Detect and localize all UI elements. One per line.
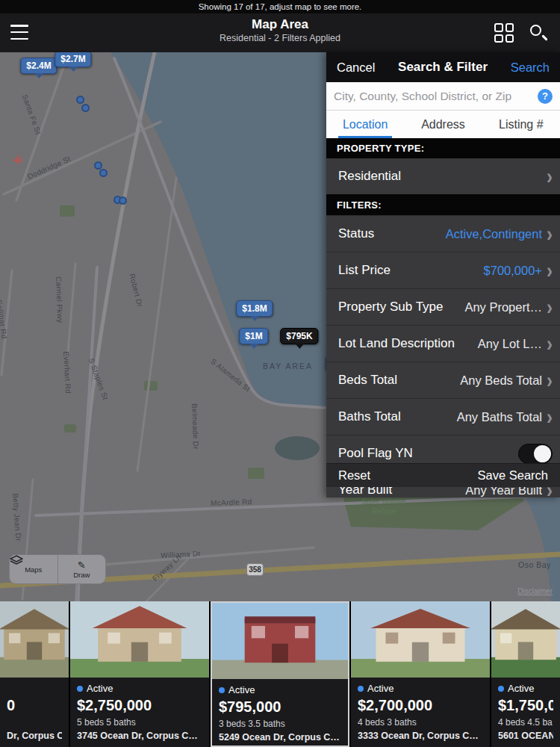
filter-row-list-price[interactable]: List Price $700,000+ › xyxy=(326,252,560,288)
chevron-right-icon: › xyxy=(547,408,553,426)
oso-water xyxy=(523,493,560,601)
listing-dot-pin[interactable] xyxy=(119,196,127,205)
pool-flag-toggle[interactable] xyxy=(518,444,553,464)
status-text: Active xyxy=(228,684,255,695)
property-type-value: Residential xyxy=(338,169,401,184)
bay-area-label: BAY AREA xyxy=(263,362,313,371)
price-pin[interactable]: $2.7M xyxy=(55,52,91,72)
chevron-right-icon: › xyxy=(547,261,553,279)
filter-row-property-sub-type[interactable]: Property Sub Type Any Propert… › xyxy=(326,288,560,325)
tab-location[interactable]: Location xyxy=(326,111,404,138)
listing-beds-baths xyxy=(7,717,62,728)
listing-beds-baths: 4 beds 4.5 ba… xyxy=(498,717,553,728)
filter-label: Pool Flag YN xyxy=(338,446,413,461)
filters-header: FILTERS: xyxy=(326,194,560,215)
listing-card-selected[interactable]: Active $795,000 3 beds 3.5 baths 5249 Oc… xyxy=(211,601,349,747)
status-dot-icon xyxy=(219,687,225,693)
map-controls: Maps ✎ Draw xyxy=(9,554,106,584)
listing-photo xyxy=(212,603,348,679)
route-shield: 358 xyxy=(246,563,264,576)
chevron-right-icon: › xyxy=(547,335,553,353)
price-pin-label: $2.4M xyxy=(20,58,57,74)
listing-price: $2,750,000 xyxy=(77,697,202,715)
maps-layers-button[interactable]: Maps xyxy=(10,555,57,583)
save-search-button[interactable]: Save Search xyxy=(478,468,548,483)
app-header: Map Area Residential - 2 Filters Applied xyxy=(0,13,560,52)
listing-dot-pin[interactable] xyxy=(81,104,90,112)
filter-value: Any Propert… xyxy=(444,300,543,314)
filter-row-lot-land-description[interactable]: Lot Land Description Any Lot L… › xyxy=(326,325,560,362)
price-pin[interactable]: $1.8M xyxy=(236,300,273,321)
search-mode-tabs: Location Address Listing # xyxy=(326,111,560,138)
maps-button-label: Maps xyxy=(25,565,42,574)
filter-label: Beds Total xyxy=(338,373,397,388)
chevron-right-icon: › xyxy=(547,225,553,243)
listing-card[interactable]: Active $1,750,0… 4 beds 4.5 ba… 5601 OCE… xyxy=(491,601,560,747)
draw-button[interactable]: ✎ Draw xyxy=(57,555,106,583)
listing-photo xyxy=(491,601,560,678)
result-count-text: Showing 17 of 17, adjust map to see more… xyxy=(199,2,362,11)
price-pin-label: $795K xyxy=(280,328,318,344)
listing-dot-pin[interactable] xyxy=(99,169,108,177)
park-patch xyxy=(64,424,76,433)
disclaimer-link[interactable]: Disclaimer xyxy=(517,587,553,595)
search-button[interactable]: Search xyxy=(511,61,550,75)
park-patch xyxy=(60,205,75,217)
listing-photo xyxy=(70,601,209,678)
cancel-button[interactable]: Cancel xyxy=(337,61,375,75)
filter-row-status[interactable]: Status Active,Contingent › xyxy=(326,215,560,252)
draw-button-label: Draw xyxy=(73,571,90,579)
listing-photo xyxy=(351,601,490,678)
layers-icon xyxy=(10,555,23,565)
listing-card[interactable]: Active $2,700,000 4 beds 3 baths 3333 Oc… xyxy=(351,601,490,747)
listing-beds-baths: 5 beds 5 baths xyxy=(77,717,202,728)
listing-dot-pin[interactable] xyxy=(76,96,84,104)
listing-beds-baths: 4 beds 3 baths xyxy=(358,717,483,728)
street-label: Belmeade Dr xyxy=(190,403,200,450)
reset-button[interactable]: Reset xyxy=(338,468,370,483)
location-search-input[interactable] xyxy=(334,90,538,103)
app-root: Showing 17 of 17, adjust map to see more… xyxy=(0,0,560,747)
chevron-right-icon: › xyxy=(547,371,553,389)
listing-carousel[interactable]: 0 Dr, Corpus C… Active $2,750,000 5 beds… xyxy=(0,601,560,747)
price-pin-label: $1M xyxy=(239,328,268,344)
filter-value: Any Lot L… xyxy=(455,337,542,351)
listing-address: 5601 OCEAN… xyxy=(498,731,553,741)
listing-price: $1,750,0… xyxy=(498,697,553,715)
status-dot-icon xyxy=(498,686,504,692)
property-type-row[interactable]: Residential › xyxy=(326,158,560,194)
listing-price: 0 xyxy=(7,697,62,715)
price-pin-selected[interactable]: $795K xyxy=(280,328,318,349)
status-badge: Active xyxy=(77,683,202,694)
filter-label: List Price xyxy=(338,263,391,278)
park-patch xyxy=(144,381,158,391)
price-pin-label: $2.7M xyxy=(55,52,91,67)
page-title: Map Area xyxy=(0,17,560,32)
help-icon[interactable]: ? xyxy=(538,89,553,104)
listing-card[interactable]: Active $2,750,000 5 beds 5 baths 3745 Oc… xyxy=(70,601,209,747)
tab-listing-number[interactable]: Listing # xyxy=(482,111,560,138)
chevron-right-icon: › xyxy=(547,298,553,316)
price-pin[interactable]: $2.4M xyxy=(20,58,57,78)
price-pin[interactable]: $1M xyxy=(239,328,268,349)
listing-price: $795,000 xyxy=(219,698,341,716)
filter-row-beds-total[interactable]: Beds Total Any Beds Total › xyxy=(326,362,560,398)
tab-address[interactable]: Address xyxy=(404,111,482,138)
filter-value: Any Beds Total xyxy=(397,374,542,388)
listing-card[interactable]: 0 Dr, Corpus C… xyxy=(0,601,69,747)
listing-address: 3333 Ocean Dr, Corpus C… xyxy=(358,731,483,741)
status-text: Active xyxy=(87,683,113,694)
pencil-icon: ✎ xyxy=(78,560,86,570)
filter-value: Active,Contingent xyxy=(374,227,542,241)
grid-view-icon[interactable] xyxy=(494,23,514,43)
search-icon[interactable] xyxy=(529,23,548,43)
panel-header: Cancel Search & Filter Search xyxy=(326,52,560,82)
page-subtitle: Residential - 2 Filters Applied xyxy=(0,33,560,43)
map-result-count-banner: Showing 17 of 17, adjust map to see more… xyxy=(0,0,560,13)
chevron-right-icon: › xyxy=(547,167,553,185)
wildlife-refuge-label: Suter Wildlife Refuge xyxy=(349,498,418,516)
filter-label: Lot Land Description xyxy=(338,336,455,351)
listing-dot-pin[interactable] xyxy=(94,161,102,170)
filter-row-baths-total[interactable]: Baths Total Any Baths Total › xyxy=(326,398,560,435)
filter-value: Any Baths Total xyxy=(401,410,542,424)
